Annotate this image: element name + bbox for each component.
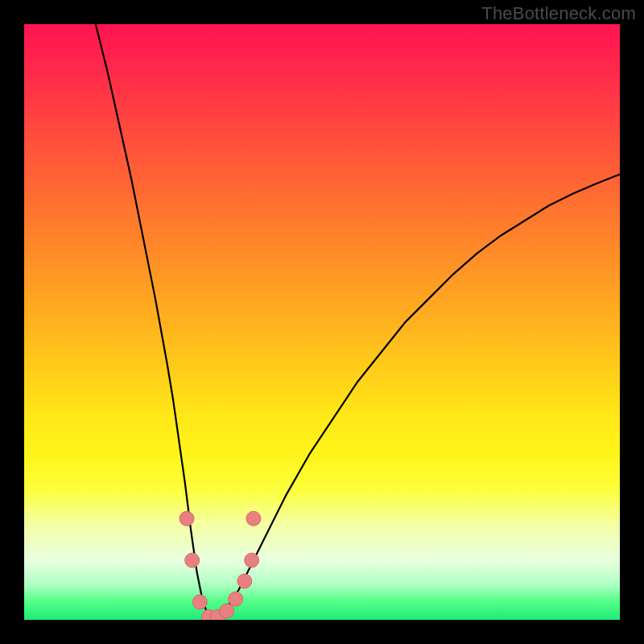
marker-point xyxy=(229,592,243,606)
marker-point xyxy=(185,553,200,568)
marker-point xyxy=(180,511,194,526)
marker-point xyxy=(237,574,252,588)
plot-area xyxy=(24,24,620,620)
watermark-text: TheBottleneck.com xyxy=(481,3,636,24)
marker-point xyxy=(192,595,207,609)
marker-point xyxy=(245,553,259,568)
chart-frame: TheBottleneck.com xyxy=(0,0,644,644)
marker-point xyxy=(246,511,261,526)
marker-point xyxy=(220,604,234,618)
highlight-markers xyxy=(24,24,620,620)
